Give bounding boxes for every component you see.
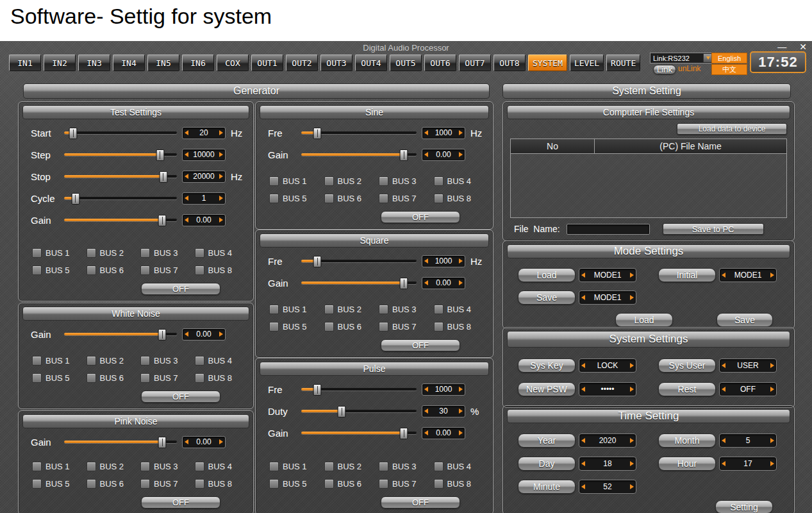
step-slider[interactable] — [64, 149, 177, 160]
increment-arrow-icon[interactable] — [459, 152, 463, 157]
pulse-gain-slider[interactable] — [301, 428, 417, 438]
bus-checkbox[interactable]: BUS 1 — [269, 462, 320, 471]
bus-checkbox[interactable]: BUS 4 — [434, 305, 485, 314]
bus-checkbox[interactable]: BUS 5 — [269, 479, 320, 489]
bus-checkbox[interactable]: BUS 7 — [140, 373, 191, 383]
bus-checkbox[interactable]: BUS 8 — [434, 322, 485, 332]
bus-checkbox[interactable]: BUS 6 — [324, 479, 376, 489]
bus-checkbox[interactable]: BUS 6 — [87, 479, 137, 489]
slider-thumb[interactable] — [158, 329, 167, 341]
increment-arrow-icon[interactable] — [770, 273, 774, 278]
sine-off-button[interactable]: OFF — [381, 211, 460, 223]
tab-in6[interactable]: IN6 — [182, 55, 214, 71]
bus-checkbox[interactable]: BUS 2 — [87, 356, 137, 366]
pink-gain-slider[interactable] — [64, 437, 177, 447]
increment-arrow-icon[interactable] — [459, 258, 463, 264]
english-button[interactable]: English — [711, 53, 747, 63]
increment-arrow-icon[interactable] — [770, 438, 774, 443]
tab-out2[interactable]: OUT2 — [286, 55, 318, 71]
mode-save-exec-button[interactable]: Save — [717, 313, 773, 327]
increment-arrow-icon[interactable] — [459, 387, 463, 392]
slider-thumb[interactable] — [156, 149, 164, 161]
tab-out7[interactable]: OUT7 — [459, 55, 491, 71]
bus-checkbox[interactable]: BUS 4 — [195, 248, 245, 258]
bus-checkbox[interactable]: BUS 3 — [140, 356, 191, 366]
tab-in2[interactable]: IN2 — [44, 55, 76, 71]
bus-checkbox[interactable]: BUS 8 — [434, 479, 485, 489]
day-button[interactable]: Day — [518, 457, 576, 471]
bus-checkbox[interactable]: BUS 8 — [195, 373, 245, 383]
increment-arrow-icon[interactable] — [459, 130, 463, 135]
year-button[interactable]: Year — [518, 433, 576, 448]
white-gain-slider[interactable] — [64, 329, 177, 339]
bus-checkbox[interactable]: BUS 1 — [269, 305, 320, 314]
increment-arrow-icon[interactable] — [630, 484, 634, 489]
tab-level[interactable]: LEVEL — [570, 55, 604, 71]
bus-checkbox[interactable]: BUS 4 — [434, 176, 485, 186]
slider-thumb[interactable] — [159, 171, 167, 183]
rest-button[interactable]: Rest — [658, 382, 716, 396]
slider-thumb[interactable] — [400, 149, 408, 161]
bus-checkbox[interactable]: BUS 2 — [87, 248, 137, 258]
slider-thumb[interactable] — [71, 193, 79, 205]
tab-in1[interactable]: IN1 — [9, 55, 41, 71]
link-button[interactable]: Link — [653, 65, 676, 74]
file-name-input[interactable] — [567, 224, 650, 235]
slider-thumb[interactable] — [158, 437, 167, 448]
sys-user-button[interactable]: Sys User — [658, 358, 716, 373]
increment-arrow-icon[interactable] — [630, 387, 634, 392]
bus-checkbox[interactable]: BUS 8 — [195, 479, 245, 489]
increment-arrow-icon[interactable] — [219, 174, 223, 179]
hour-button[interactable]: Hour — [658, 457, 716, 471]
bus-checkbox[interactable]: BUS 8 — [434, 194, 485, 203]
increment-arrow-icon[interactable] — [459, 408, 463, 414]
test-off-button[interactable]: OFF — [141, 283, 220, 295]
pulse-fre-slider[interactable] — [301, 384, 417, 394]
bus-checkbox[interactable]: BUS 2 — [324, 462, 376, 471]
bus-checkbox[interactable]: BUS 7 — [140, 479, 191, 489]
increment-arrow-icon[interactable] — [630, 295, 634, 300]
bus-checkbox[interactable]: BUS 2 — [324, 305, 376, 314]
slider-thumb[interactable] — [158, 215, 167, 226]
bus-checkbox[interactable]: BUS 6 — [87, 373, 137, 383]
tab-in5[interactable]: IN5 — [147, 55, 179, 71]
month-button[interactable]: Month — [658, 433, 716, 448]
bus-checkbox[interactable]: BUS 3 — [379, 305, 430, 314]
sine-fre-slider[interactable] — [301, 128, 417, 138]
bus-checkbox[interactable]: BUS 5 — [32, 265, 83, 275]
stop-slider[interactable] — [64, 171, 177, 181]
bus-checkbox[interactable]: BUS 7 — [379, 322, 430, 332]
minute-button[interactable]: Minute — [518, 480, 576, 494]
chinese-button[interactable]: 中文 — [711, 64, 747, 75]
bus-checkbox[interactable]: BUS 3 — [140, 462, 191, 471]
bus-checkbox[interactable]: BUS 1 — [269, 176, 320, 186]
mode-load-button[interactable]: Load — [518, 268, 576, 282]
bus-checkbox[interactable]: BUS 6 — [324, 322, 376, 332]
pulse-duty-slider[interactable] — [301, 406, 417, 416]
square-gain-slider[interactable] — [301, 278, 417, 288]
bus-checkbox[interactable]: BUS 3 — [140, 248, 191, 258]
increment-arrow-icon[interactable] — [219, 152, 223, 157]
bus-checkbox[interactable]: BUS 7 — [379, 479, 430, 489]
bus-checkbox[interactable]: BUS 1 — [32, 356, 83, 366]
unlink-button[interactable]: unLink — [678, 64, 700, 73]
sys-key-button[interactable]: Sys Key — [518, 358, 576, 373]
increment-arrow-icon[interactable] — [219, 130, 223, 135]
increment-arrow-icon[interactable] — [770, 363, 774, 368]
bus-checkbox[interactable]: BUS 7 — [140, 265, 191, 275]
tab-out8[interactable]: OUT8 — [493, 55, 526, 71]
slider-thumb[interactable] — [69, 128, 78, 139]
bus-checkbox[interactable]: BUS 5 — [269, 194, 320, 203]
bus-checkbox[interactable]: BUS 3 — [379, 462, 430, 471]
tab-in3[interactable]: IN3 — [78, 55, 110, 71]
new-psw-button[interactable]: New PSW — [518, 382, 576, 396]
mode-save-button[interactable]: Save — [518, 290, 576, 305]
bus-checkbox[interactable]: BUS 2 — [324, 176, 376, 186]
tab-out3[interactable]: OUT3 — [320, 55, 352, 71]
increment-arrow-icon[interactable] — [630, 273, 634, 278]
slider-thumb[interactable] — [313, 384, 322, 396]
bus-checkbox[interactable]: BUS 2 — [87, 462, 137, 471]
setting-button[interactable]: Setting — [715, 500, 773, 513]
bus-checkbox[interactable]: BUS 5 — [32, 479, 83, 489]
bus-checkbox[interactable]: BUS 7 — [379, 194, 430, 203]
